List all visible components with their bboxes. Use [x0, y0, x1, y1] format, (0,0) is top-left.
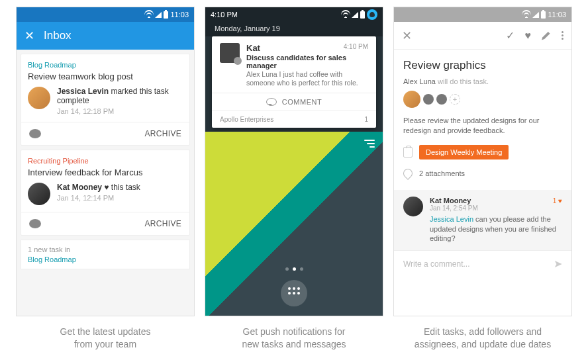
page-indicator [205, 267, 383, 271]
notif-title: Kat [246, 43, 260, 53]
signal-icon [352, 12, 358, 18]
attachment-icon [401, 167, 415, 180]
avatar [28, 87, 50, 109]
status-bar: 11:03 [394, 7, 571, 22]
comment-action[interactable]: COMMENT [212, 93, 376, 111]
inbox-card[interactable]: Recruiting Pipeline Interview feedback f… [21, 150, 190, 236]
notif-body: Alex Luna I just had coffee with someone… [246, 70, 368, 87]
avatar [423, 94, 434, 105]
like-count[interactable]: 1 ♥ [553, 197, 562, 205]
caption: Edit tasks, add followers and assignees,… [393, 326, 572, 351]
signal-icon [532, 12, 539, 18]
clock: 11:03 [548, 11, 566, 19]
task-title: Interview feedback for Marcus [28, 167, 183, 177]
task-detail-screen: 11:03 ✕ ✓ ♥ Review graphics Alex Luna wi… [393, 7, 572, 316]
project-tag[interactable]: Design Weekly Meeting [419, 145, 509, 159]
task-title: Review teamwork blog post [28, 71, 183, 81]
close-icon[interactable]: ✕ [402, 28, 412, 43]
signal-icon [155, 12, 162, 18]
avatar [403, 91, 420, 108]
action-bar: ✕ ✓ ♥ [394, 22, 571, 50]
notif-footer: Apollo Enterprises 1 [212, 111, 376, 128]
avatar [403, 197, 423, 216]
app-bar: ✕ Inbox [17, 22, 194, 50]
comment-icon[interactable] [29, 129, 41, 138]
page-title: Inbox [44, 29, 72, 42]
avatar [28, 183, 50, 205]
project-label: Blog Roadmap [28, 255, 183, 263]
inbox-card[interactable]: Blog Roadmap Review teamwork blog post J… [21, 54, 190, 146]
edit-icon[interactable] [542, 31, 551, 40]
archive-button[interactable]: ARCHIVE [145, 219, 181, 228]
close-icon[interactable]: ✕ [24, 28, 34, 43]
project-label: Blog Roadmap [28, 61, 183, 69]
activity-text: Jessica Levin marked this task complete [57, 87, 183, 105]
clipboard-icon [403, 147, 413, 158]
clock: 4:10 PM [211, 11, 238, 19]
notif-subject: Discuss candidates for sales manager [246, 54, 368, 69]
comment-icon[interactable] [29, 219, 41, 228]
inbox-card-peek[interactable]: 1 new task in Blog Roadmap [21, 240, 190, 269]
heart-icon[interactable]: ♥ [525, 30, 532, 42]
battery-icon [541, 11, 546, 19]
attachments-count[interactable]: 2 attachments [419, 169, 465, 177]
comment-input[interactable]: Write a comment... ➤ [394, 250, 571, 277]
app-icon [220, 43, 240, 63]
assignee-line[interactable]: Alex Luna will do this task. [403, 77, 562, 85]
comment-body: Jessica Levin can you please add the upd… [430, 214, 562, 244]
more-icon[interactable] [562, 31, 564, 40]
battery-icon [360, 11, 365, 19]
project-label: Recruiting Pipeline [28, 157, 183, 165]
activity-text: Kat Mooney ♥ this task [57, 183, 140, 192]
comment-author: Kat Mooney [430, 197, 471, 205]
activity-row: Jessica Levin marked this task complete … [28, 87, 183, 115]
task-description: Please review the updated designs for ou… [403, 116, 562, 136]
avatar [436, 94, 447, 105]
status-bar: 4:10 PM [205, 7, 383, 22]
inbox-screen: 11:03 ✕ Inbox Blog Roadmap Review teamwo… [16, 7, 195, 316]
wifi-icon [145, 11, 153, 18]
add-follower-button[interactable]: + [450, 94, 460, 105]
timestamp: Jan 14, 12:18 PM [57, 107, 183, 115]
widget-icon[interactable] [364, 140, 375, 148]
wifi-icon [522, 11, 530, 18]
task-title: Review graphics [403, 59, 562, 72]
complete-icon[interactable]: ✓ [506, 29, 514, 42]
caption: Get push notifications for new tasks and… [205, 326, 383, 351]
lockscreen: 4:10 PM Monday, January 19 Kat4:10 PM Di… [205, 7, 383, 316]
date-header: Monday, January 19 [205, 22, 383, 36]
activity-row: Kat Mooney ♥ this task Jan 14, 12:14 PM [28, 183, 183, 205]
app-drawer-button[interactable] [281, 280, 307, 306]
followers[interactable]: + [403, 91, 562, 108]
archive-button[interactable]: ARCHIVE [145, 129, 181, 138]
caption: Get the latest updates from your team [16, 326, 195, 351]
send-icon[interactable]: ➤ [554, 257, 562, 270]
comment: Kat Mooney 1 ♥ Jan 14, 2:54 PM Jessica L… [394, 190, 571, 251]
comment-placeholder: Write a comment... [403, 259, 554, 269]
clock: 11:03 [170, 11, 189, 19]
wifi-icon [342, 11, 350, 18]
notif-time: 4:10 PM [344, 43, 368, 53]
notification-card[interactable]: Kat4:10 PM Discuss candidates for sales … [212, 36, 376, 128]
comment-time: Jan 14, 2:54 PM [430, 205, 562, 212]
new-task-lead: 1 new task in [28, 246, 183, 253]
profile-icon[interactable] [367, 9, 377, 20]
timestamp: Jan 14, 12:14 PM [57, 194, 140, 202]
battery-icon [164, 11, 168, 19]
comment-icon [266, 98, 277, 106]
status-bar: 11:03 [17, 7, 194, 22]
